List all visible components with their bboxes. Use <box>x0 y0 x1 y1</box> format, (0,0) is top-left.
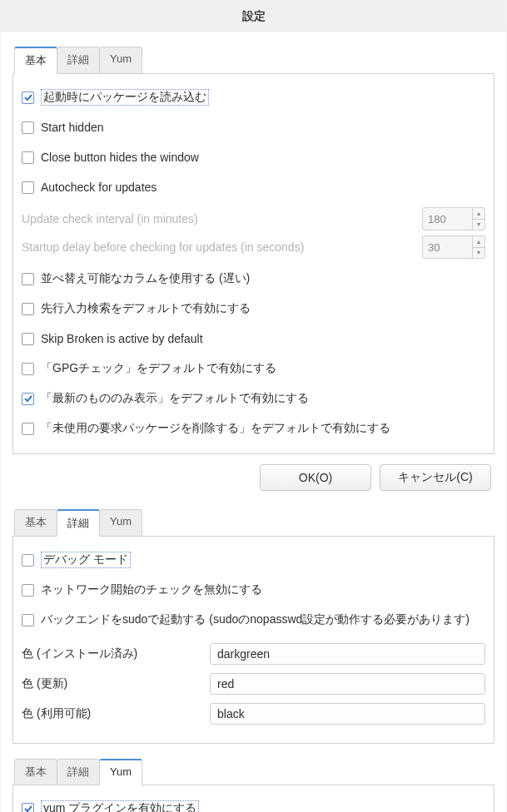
label-sortable-columns: 並べ替え可能なカラムを使用する (遅い) <box>41 271 250 286</box>
spin-up-icon[interactable]: ▲ <box>473 236 485 248</box>
window-title: 設定 <box>1 1 506 32</box>
row-close-hides: Close button hides the window <box>22 142 485 172</box>
row-update-interval: Update check interval (in minutes) 180 ▲… <box>22 207 485 230</box>
label-typeahead: 先行入力検索をデフォルトで有効にする <box>41 301 251 316</box>
label-close-hides: Close button hides the window <box>41 151 199 164</box>
label-disable-net-check: ネットワーク開始のチェックを無効にする <box>41 582 262 597</box>
tab-yum[interactable]: Yum <box>99 509 142 537</box>
row-remove-unused: 「未使用の要求パッケージを削除する」をデフォルトで有効にする <box>22 413 485 443</box>
row-skip-broken: Skip Broken is active by default <box>22 324 485 354</box>
row-latest-only: 「最新のもののみ表示」をデフォルトで有効にする <box>22 384 485 413</box>
tab-detail[interactable]: 詳細 <box>57 509 100 537</box>
tab-content-yum: yum プラグインを有効にする プロキシー yum デバッグ レベル 2 ▲ ▼ <box>12 785 495 812</box>
row-start-hidden: Start hidden <box>22 112 485 142</box>
spin-up-icon[interactable]: ▲ <box>473 208 485 220</box>
check-icon <box>24 394 32 403</box>
section-basic: 基本 詳細 Yum 起動時にパッケージを読み込む Start hidden Cl… <box>12 47 495 494</box>
label-autocheck: Autocheck for updates <box>41 181 157 194</box>
input-color-available[interactable]: black <box>210 703 485 725</box>
spinbox-update-interval[interactable]: 180 ▲ ▼ <box>422 207 485 230</box>
checkbox-close-hides[interactable] <box>22 151 34 164</box>
row-sudo-backend: バックエンドをsudoで起動する (sudoのnopasswd設定が動作する必要… <box>22 605 485 635</box>
spinbox-startup-delay[interactable]: 30 ▲ ▼ <box>422 235 485 259</box>
tab-yum[interactable]: Yum <box>99 47 142 74</box>
row-color-update: 色 (更新) red <box>22 673 485 695</box>
checkbox-latest-only[interactable] <box>22 393 34 405</box>
tab-bar-2: 基本 詳細 Yum <box>14 509 495 537</box>
row-typeahead: 先行入力検索をデフォルトで有効にする <box>22 294 485 324</box>
label-latest-only: 「最新のもののみ表示」をデフォルトで有効にする <box>41 391 309 406</box>
label-sudo-backend: バックエンドをsudoで起動する (sudoのnopasswd設定が動作する必要… <box>41 612 470 627</box>
label-remove-unused: 「未使用の要求パッケージを削除する」をデフォルトで有効にする <box>41 421 390 436</box>
checkbox-sortable-columns[interactable] <box>22 273 34 285</box>
tab-content-basic: 起動時にパッケージを読み込む Start hidden Close button… <box>12 73 495 454</box>
label-update-interval: Update check interval (in minutes) <box>22 212 198 225</box>
checkbox-remove-unused[interactable] <box>22 423 34 435</box>
label-debug-mode: デバッグ モード <box>41 552 131 568</box>
row-color-installed: 色 (インストール済み) darkgreen <box>22 643 485 665</box>
label-color-available: 色 (利用可能) <box>22 706 201 721</box>
spin-down-icon[interactable]: ▼ <box>473 248 485 259</box>
check-icon <box>24 805 32 812</box>
input-color-update[interactable]: red <box>210 673 485 695</box>
checkbox-autocheck[interactable] <box>22 181 34 194</box>
checkbox-enable-plugins[interactable] <box>22 803 34 813</box>
label-load-on-startup: 起動時にパッケージを読み込む <box>41 89 209 106</box>
checkbox-typeahead[interactable] <box>22 303 34 315</box>
tab-detail[interactable]: 詳細 <box>57 759 100 785</box>
row-startup-delay: Startup delay before checking for update… <box>22 235 485 259</box>
dialog-button-row: OK(O) キャンセル(C) <box>12 454 495 494</box>
checkbox-gpg-check[interactable] <box>22 363 34 375</box>
row-debug-mode: デバッグ モード <box>22 545 485 575</box>
row-load-on-startup: 起動時にパッケージを読み込む <box>22 82 485 112</box>
tab-yum[interactable]: Yum <box>99 759 142 785</box>
checkbox-load-on-startup[interactable] <box>22 92 34 104</box>
tab-detail[interactable]: 詳細 <box>57 47 100 74</box>
label-gpg-check: 「GPGチェック」をデフォルトで有効にする <box>41 361 276 376</box>
section-detail: 基本 詳細 Yum デバッグ モード ネットワーク開始のチェックを無効にする バ… <box>12 509 495 744</box>
section-yum: 基本 詳細 Yum yum プラグインを有効にする プロキシー yum デバッグ… <box>12 759 495 812</box>
value-update-interval: 180 <box>423 208 472 230</box>
tab-basic[interactable]: 基本 <box>14 509 57 537</box>
settings-window: 設定 基本 詳細 Yum 起動時にパッケージを読み込む Start hidden <box>0 0 507 812</box>
checkbox-start-hidden[interactable] <box>22 121 34 134</box>
input-color-installed[interactable]: darkgreen <box>210 643 485 665</box>
tab-basic[interactable]: 基本 <box>14 759 57 785</box>
cancel-button[interactable]: キャンセル(C) <box>380 464 491 491</box>
tab-content-detail: デバッグ モード ネットワーク開始のチェックを無効にする バックエンドをsudo… <box>12 536 495 744</box>
value-startup-delay: 30 <box>423 236 472 258</box>
label-color-installed: 色 (インストール済み) <box>22 646 201 661</box>
label-color-update: 色 (更新) <box>22 676 201 691</box>
checkbox-debug-mode[interactable] <box>22 554 34 567</box>
checkbox-disable-net-check[interactable] <box>22 584 34 597</box>
row-gpg-check: 「GPGチェック」をデフォルトで有効にする <box>22 354 485 384</box>
spin-down-icon[interactable]: ▼ <box>473 220 485 230</box>
row-enable-plugins: yum プラグインを有効にする <box>22 794 485 812</box>
label-startup-delay: Startup delay before checking for update… <box>22 240 304 254</box>
label-skip-broken: Skip Broken is active by default <box>41 332 203 345</box>
label-start-hidden: Start hidden <box>41 121 104 134</box>
checkbox-sudo-backend[interactable] <box>22 614 34 626</box>
check-icon <box>24 93 32 102</box>
label-enable-plugins: yum プラグインを有効にする <box>41 800 199 812</box>
row-autocheck: Autocheck for updates <box>22 172 485 202</box>
row-disable-net-check: ネットワーク開始のチェックを無効にする <box>22 575 485 605</box>
checkbox-skip-broken[interactable] <box>22 333 34 345</box>
tab-bar-3: 基本 詳細 Yum <box>14 759 495 785</box>
row-color-available: 色 (利用可能) black <box>22 703 485 725</box>
row-sortable-columns: 並べ替え可能なカラムを使用する (遅い) <box>22 264 485 294</box>
tab-basic[interactable]: 基本 <box>14 47 57 74</box>
ok-button[interactable]: OK(O) <box>260 464 371 491</box>
tab-bar-1: 基本 詳細 Yum <box>14 47 495 74</box>
